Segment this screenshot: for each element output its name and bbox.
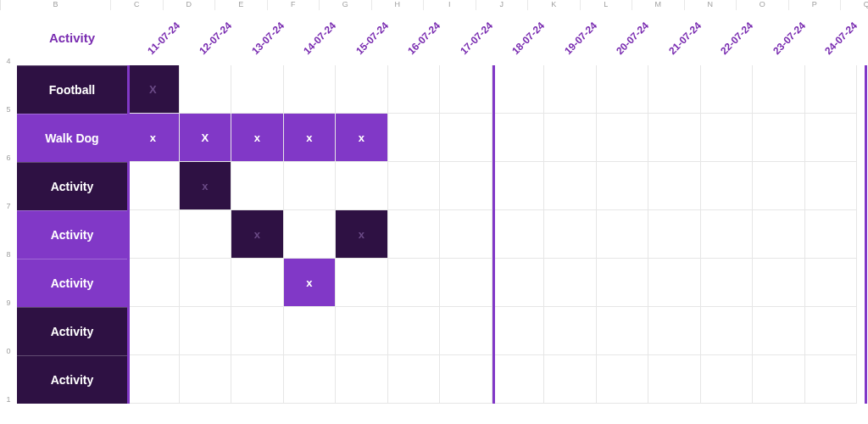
activity-data-cell[interactable]: X (180, 114, 232, 162)
activity-data-cell[interactable] (753, 210, 805, 259)
activity-label-cell[interactable]: Activity (17, 355, 127, 404)
column-letter[interactable]: J (476, 0, 529, 10)
activity-data-cell[interactable] (805, 259, 858, 307)
row-number[interactable]: 9 (0, 298, 17, 307)
column-letter[interactable]: O (737, 0, 789, 10)
activity-label-cell[interactable]: Football (17, 65, 127, 114)
activity-data-cell[interactable] (336, 307, 388, 355)
activity-data-cell[interactable] (388, 210, 441, 259)
activity-data-cell[interactable] (180, 65, 232, 114)
activity-data-cell[interactable] (336, 259, 388, 307)
activity-data-cell[interactable] (701, 210, 754, 259)
activity-label-cell[interactable]: Walk Dog (17, 114, 127, 162)
activity-data-cell[interactable] (597, 259, 649, 307)
column-letter[interactable]: C (111, 0, 164, 10)
activity-label-cell[interactable]: Activity (17, 210, 127, 259)
activity-data-cell[interactable] (597, 65, 649, 114)
row-number[interactable]: 4 (0, 57, 17, 65)
activity-data-cell[interactable] (805, 114, 858, 162)
activity-data-cell[interactable] (440, 162, 492, 210)
activity-data-cell[interactable] (597, 114, 649, 162)
activity-data-cell[interactable] (648, 65, 701, 114)
activity-data-cell[interactable] (231, 259, 284, 307)
date-column-header[interactable]: 12-07-24 (180, 10, 232, 65)
activity-data-cell[interactable] (544, 355, 597, 404)
activity-data-cell[interactable] (284, 355, 337, 404)
activity-label-cell[interactable]: Activity (17, 162, 127, 210)
column-letter[interactable]: L (581, 0, 633, 10)
activity-data-cell[interactable] (492, 307, 545, 355)
activity-data-cell[interactable] (805, 65, 858, 114)
activity-data-cell[interactable] (544, 162, 597, 210)
date-column-header[interactable]: 24-07-24 (805, 10, 858, 65)
date-column-header[interactable]: 20-07-24 (597, 10, 649, 65)
activity-data-cell[interactable] (805, 162, 858, 210)
activity-data-cell[interactable] (440, 355, 492, 404)
column-letter[interactable]: B (1, 0, 111, 10)
activity-data-cell[interactable] (753, 259, 805, 307)
activity-data-cell[interactable] (336, 65, 388, 114)
activity-data-cell[interactable] (544, 307, 597, 355)
row-number[interactable]: 6 (0, 153, 17, 162)
activity-data-cell[interactable] (127, 210, 180, 259)
column-letter[interactable]: H (372, 0, 425, 10)
activity-data-cell[interactable] (440, 210, 492, 259)
activity-data-cell[interactable] (440, 65, 492, 114)
activity-data-cell[interactable] (231, 307, 284, 355)
activity-data-cell[interactable] (336, 162, 388, 210)
activity-data-cell[interactable] (336, 355, 388, 404)
column-letter[interactable]: F (268, 0, 320, 10)
date-column-header[interactable]: 17-07-24 (440, 10, 492, 65)
activity-data-cell[interactable] (648, 210, 701, 259)
date-column-header[interactable]: 23-07-24 (753, 10, 805, 65)
activity-data-cell[interactable] (388, 162, 441, 210)
column-letter[interactable]: M (632, 0, 685, 10)
activity-data-cell[interactable] (284, 307, 337, 355)
activity-data-cell[interactable] (544, 65, 597, 114)
column-letter[interactable]: D (164, 0, 216, 10)
activity-data-cell[interactable] (127, 355, 180, 404)
activity-data-cell[interactable]: x (336, 210, 388, 259)
activity-data-cell[interactable]: x (284, 259, 337, 307)
activity-data-cell[interactable] (597, 307, 649, 355)
activity-data-cell[interactable] (388, 307, 441, 355)
date-column-header[interactable]: 13-07-24 (231, 10, 284, 65)
activity-data-cell[interactable] (544, 114, 597, 162)
column-letter[interactable]: G (320, 0, 372, 10)
activity-data-cell[interactable] (701, 355, 754, 404)
activity-data-cell[interactable] (753, 65, 805, 114)
activity-data-cell[interactable] (127, 259, 180, 307)
activity-data-cell[interactable] (127, 307, 180, 355)
activity-data-cell[interactable]: x (231, 114, 284, 162)
column-letter[interactable]: E (215, 0, 268, 10)
activity-data-cell[interactable] (492, 355, 545, 404)
activity-data-cell[interactable] (231, 65, 284, 114)
activity-data-cell[interactable] (492, 65, 545, 114)
activity-data-cell[interactable] (492, 210, 545, 259)
activity-data-cell[interactable] (597, 355, 649, 404)
activity-data-cell[interactable] (231, 355, 284, 404)
activity-data-cell[interactable] (648, 162, 701, 210)
activity-data-cell[interactable]: x (127, 114, 180, 162)
activity-data-cell[interactable] (180, 307, 232, 355)
date-column-header[interactable]: 11-07-24 (127, 10, 180, 65)
row-number[interactable]: 7 (0, 202, 17, 210)
activity-data-cell[interactable] (753, 114, 805, 162)
activity-data-cell[interactable] (701, 114, 754, 162)
activity-data-cell[interactable] (492, 162, 545, 210)
activity-data-cell[interactable] (597, 162, 649, 210)
activity-data-cell[interactable] (388, 259, 441, 307)
activity-data-cell[interactable] (388, 114, 441, 162)
activity-data-cell[interactable]: x (180, 162, 232, 210)
activity-data-cell[interactable] (701, 162, 754, 210)
column-letter[interactable]: N (685, 0, 737, 10)
activity-data-cell[interactable] (648, 114, 701, 162)
date-column-header[interactable]: 22-07-24 (701, 10, 754, 65)
activity-data-cell[interactable] (701, 65, 754, 114)
activity-data-cell[interactable] (284, 162, 337, 210)
column-letter[interactable]: K (528, 0, 581, 10)
column-letter[interactable]: P (789, 0, 842, 10)
activity-data-cell[interactable] (231, 162, 284, 210)
activity-data-cell[interactable] (805, 355, 858, 404)
activity-data-cell[interactable] (753, 355, 805, 404)
